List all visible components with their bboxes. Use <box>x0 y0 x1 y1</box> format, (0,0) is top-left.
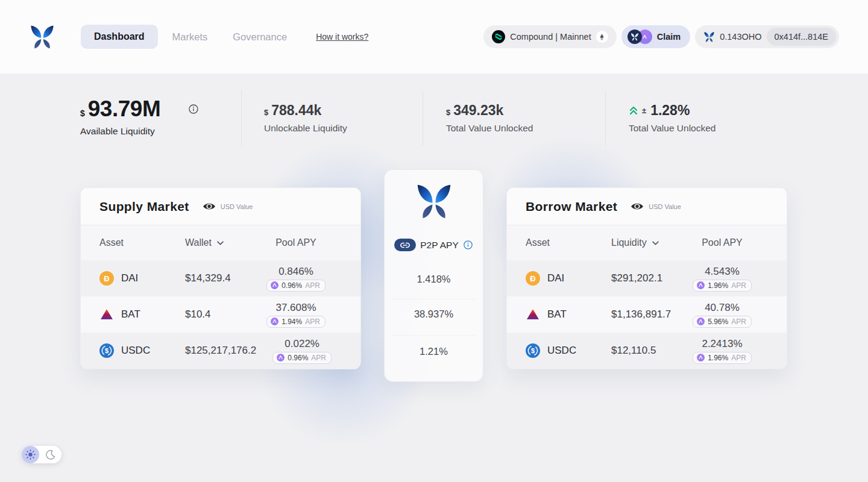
chevron-down-icon <box>217 241 224 245</box>
aave-reward-icon <box>271 318 278 325</box>
asset-name: DAI <box>547 272 564 284</box>
stat-label: Unlockable Liquidity <box>264 123 347 134</box>
network-selector[interactable]: Compound | Mainnet <box>483 25 616 48</box>
dark-mode-button[interactable] <box>39 449 61 460</box>
column-asset: Asset <box>99 237 185 248</box>
currency-prefix: $ <box>264 108 268 117</box>
reward-apr-badge: 1.96% APR <box>693 352 752 364</box>
usdc-icon <box>99 343 114 358</box>
divider <box>392 299 476 299</box>
claim-button[interactable]: Claim <box>621 25 691 48</box>
nav-tab-governance[interactable]: Governance <box>222 25 298 49</box>
p2p-apy-card: P2P APY 1.418% 38.937% 1.21% <box>384 169 483 382</box>
borrow-row-dai[interactable]: DAI $291,202.1 4.543% 1.96% APR <box>507 260 787 296</box>
apr-label: APR <box>305 318 320 326</box>
usd-value-label: USD Value <box>649 203 681 210</box>
divider <box>423 90 423 146</box>
stat-available-liquidity: $ 93.79M Available Liquidity <box>80 96 199 137</box>
pool-apy-value: 0.846% <box>278 266 313 278</box>
apr-label: APR <box>305 281 320 290</box>
usd-value-toggle[interactable]: USD Value <box>203 202 253 211</box>
pool-apy-value: 0.022% <box>285 338 319 350</box>
nav-tab-markets[interactable]: Markets <box>162 25 219 49</box>
morpho-butterfly-icon <box>415 184 453 219</box>
borrow-row-bat[interactable]: BAT $1,136,891.7 40.78% 5.96% APR <box>507 296 787 333</box>
asset-name: USDC <box>121 345 150 357</box>
supply-row-usdc[interactable]: USDC $125,217,176.2 0.022% 0.96% APR <box>81 333 360 369</box>
wallet-address: 0x414f...814E <box>775 32 829 42</box>
top-navigation-bar: Dashboard Markets Governance How it work… <box>0 0 868 74</box>
wallet-pill[interactable]: 0.143OHO 0x414f...814E <box>695 25 839 48</box>
stat-label: Total Value Unlocked <box>446 123 533 134</box>
supply-column-headers: Asset Wallet Pool APY <box>81 225 360 260</box>
reward-apr-value: 1.94% <box>281 318 302 326</box>
usd-value-toggle[interactable]: USD Value <box>631 202 681 211</box>
trend-up-icon <box>629 105 638 116</box>
main-nav: Dashboard Markets Governance How it work… <box>81 25 368 49</box>
bat-icon <box>526 307 540 322</box>
reward-apr-value: 0.96% <box>281 281 302 290</box>
claim-label: Claim <box>657 32 681 42</box>
supply-row-bat[interactable]: BAT $10.4 37.608% 1.94% APR <box>81 296 360 333</box>
borrow-column-headers: Asset Liquidity Pool APY <box>507 225 787 260</box>
usd-value-label: USD Value <box>221 203 253 210</box>
morpho-token-icon <box>627 30 642 44</box>
ethereum-icon <box>596 31 608 43</box>
nav-tab-dashboard[interactable]: Dashboard <box>81 25 158 49</box>
how-it-works-link[interactable]: How it works? <box>316 32 368 42</box>
borrow-market-header: Borrow Market USD Value <box>507 188 787 225</box>
info-icon[interactable] <box>188 104 199 114</box>
light-mode-button[interactable] <box>22 446 39 463</box>
stat-value: 1.28% <box>650 102 690 119</box>
asset-name: BAT <box>547 308 567 321</box>
morpho-balance-icon <box>703 32 715 42</box>
asset-name: BAT <box>121 308 140 321</box>
stat-unlockable-liquidity: $ 788.44k Unlockable Liquidity <box>264 102 347 134</box>
dashboard-screen: Dashboard Markets Governance How it work… <box>0 0 868 482</box>
apr-label: APR <box>731 354 746 362</box>
currency-prefix: $ <box>446 108 450 117</box>
liquidity-value: $291,202.1 <box>611 272 676 284</box>
liquidity-value: $1,136,891.7 <box>611 308 676 321</box>
supply-market-card: Supply Market USD Value Asset Wallet Poo… <box>80 187 361 369</box>
chevron-down-icon <box>652 241 659 245</box>
reward-apr-badge: 1.94% APR <box>266 316 326 328</box>
borrow-row-usdc[interactable]: USDC $12,110.5 2.2413% 1.96% APR <box>507 333 787 369</box>
card-title: Supply Market <box>99 199 189 214</box>
sun-icon <box>25 449 36 460</box>
reward-apr-badge: 5.96% APR <box>693 316 752 328</box>
pool-apy-value: 40.78% <box>705 302 740 314</box>
info-icon[interactable] <box>463 240 473 250</box>
column-liquidity-sort[interactable]: Liquidity <box>611 237 676 248</box>
p2p-rate-usdc: 1.21% <box>385 346 483 357</box>
stat-value: 788.44k <box>271 102 321 119</box>
theme-toggle <box>22 446 61 463</box>
usdc-icon <box>526 343 540 358</box>
supply-row-dai[interactable]: DAI $14,329.4 0.846% 0.96% APR <box>81 260 360 296</box>
column-wallet-sort[interactable]: Wallet <box>185 237 250 248</box>
supply-market-header: Supply Market USD Value <box>81 188 360 225</box>
p2p-apy-header: P2P APY <box>385 239 483 251</box>
liquidity-value: $12,110.5 <box>611 345 676 357</box>
divider <box>605 90 606 146</box>
pool-apy-value: 4.543% <box>705 266 740 278</box>
wallet-address-pill[interactable]: 0x414f...814E <box>767 28 837 46</box>
morpho-logo-icon <box>29 25 55 49</box>
link-pill[interactable] <box>394 239 416 251</box>
claim-token-icons <box>627 30 652 44</box>
eye-icon <box>203 202 216 211</box>
wallet-balance: 0.143OHO <box>720 32 761 42</box>
stat-value: 349.23k <box>453 102 503 119</box>
stat-label: Total Value Unlocked <box>629 123 715 134</box>
reward-apr-badge: 0.96% APR <box>266 280 326 292</box>
apr-label: APR <box>311 354 326 362</box>
plus-minus-prefix: ± <box>642 106 646 115</box>
apr-label: APR <box>731 318 746 326</box>
stat-label: Available Liquidity <box>80 126 199 137</box>
aave-reward-icon <box>697 281 705 289</box>
divider <box>241 90 242 146</box>
asset-name: USDC <box>547 345 576 357</box>
eye-icon <box>631 202 644 211</box>
dai-icon <box>526 271 540 286</box>
header-actions: Compound | Mainnet Claim <box>483 25 839 48</box>
